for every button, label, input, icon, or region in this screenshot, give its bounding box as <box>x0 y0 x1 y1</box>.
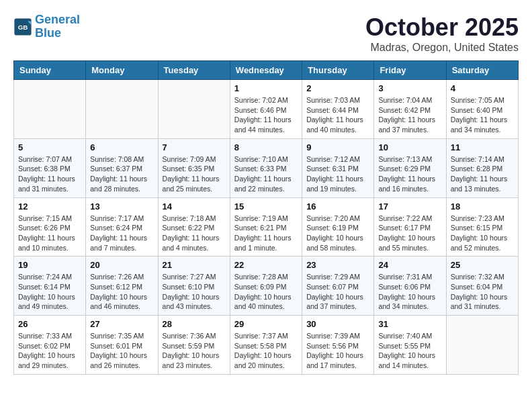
week-row-1: 1Sunrise: 7:02 AM Sunset: 6:46 PM Daylig… <box>14 80 519 139</box>
day-number: 11 <box>451 142 514 152</box>
calendar-cell: 24Sunrise: 7:31 AM Sunset: 6:06 PM Dayli… <box>374 257 446 316</box>
day-info: Sunrise: 7:23 AM Sunset: 6:15 PM Dayligh… <box>451 214 514 253</box>
calendar-cell <box>14 80 86 139</box>
day-number: 1 <box>234 83 298 93</box>
weekday-header-monday: Monday <box>86 61 158 80</box>
day-info: Sunrise: 7:17 AM Sunset: 6:24 PM Dayligh… <box>90 214 153 253</box>
calendar-cell <box>158 80 230 139</box>
day-number: 20 <box>90 260 153 270</box>
calendar-cell: 18Sunrise: 7:23 AM Sunset: 6:15 PM Dayli… <box>446 197 518 257</box>
day-number: 21 <box>163 260 226 270</box>
calendar-cell <box>86 80 158 139</box>
location-title: Madras, Oregon, United States <box>365 42 519 54</box>
calendar-cell: 8Sunrise: 7:10 AM Sunset: 6:33 PM Daylig… <box>230 138 302 197</box>
day-info: Sunrise: 7:27 AM Sunset: 6:10 PM Dayligh… <box>163 272 226 312</box>
day-info: Sunrise: 7:19 AM Sunset: 6:21 PM Dayligh… <box>234 214 298 253</box>
weekday-header-row: SundayMondayTuesdayWednesdayThursdayFrid… <box>14 61 519 80</box>
day-info: Sunrise: 7:02 AM Sunset: 6:46 PM Dayligh… <box>234 95 298 135</box>
logo: GB General Blue <box>13 13 80 40</box>
day-info: Sunrise: 7:15 AM Sunset: 6:26 PM Dayligh… <box>18 214 81 253</box>
day-info: Sunrise: 7:03 AM Sunset: 6:44 PM Dayligh… <box>306 95 369 135</box>
day-number: 23 <box>306 260 369 270</box>
calendar-table: SundayMondayTuesdayWednesdayThursdayFrid… <box>13 60 519 375</box>
svg-text:GB: GB <box>18 24 28 31</box>
weekday-header-thursday: Thursday <box>302 61 374 80</box>
day-info: Sunrise: 7:24 AM Sunset: 6:14 PM Dayligh… <box>18 272 81 312</box>
day-info: Sunrise: 7:31 AM Sunset: 6:06 PM Dayligh… <box>378 272 441 312</box>
day-info: Sunrise: 7:29 AM Sunset: 6:07 PM Dayligh… <box>306 272 369 312</box>
day-info: Sunrise: 7:40 AM Sunset: 5:55 PM Dayligh… <box>378 331 441 371</box>
day-number: 29 <box>234 319 298 329</box>
day-info: Sunrise: 7:13 AM Sunset: 6:29 PM Dayligh… <box>378 154 441 194</box>
day-number: 3 <box>378 83 441 93</box>
day-number: 6 <box>90 142 153 152</box>
calendar-cell: 7Sunrise: 7:09 AM Sunset: 6:35 PM Daylig… <box>158 138 230 197</box>
day-info: Sunrise: 7:33 AM Sunset: 6:02 PM Dayligh… <box>18 331 81 371</box>
calendar-cell: 6Sunrise: 7:08 AM Sunset: 6:37 PM Daylig… <box>86 138 158 197</box>
day-number: 28 <box>163 319 226 329</box>
day-info: Sunrise: 7:14 AM Sunset: 6:28 PM Dayligh… <box>451 154 514 194</box>
week-row-3: 12Sunrise: 7:15 AM Sunset: 6:26 PM Dayli… <box>14 197 519 257</box>
day-number: 4 <box>451 83 514 93</box>
day-number: 10 <box>378 142 441 152</box>
day-number: 5 <box>18 142 81 152</box>
day-number: 30 <box>306 319 369 329</box>
calendar-cell: 21Sunrise: 7:27 AM Sunset: 6:10 PM Dayli… <box>158 257 230 316</box>
day-info: Sunrise: 7:12 AM Sunset: 6:31 PM Dayligh… <box>306 154 369 194</box>
calendar-cell: 28Sunrise: 7:36 AM Sunset: 5:59 PM Dayli… <box>158 316 230 375</box>
day-info: Sunrise: 7:08 AM Sunset: 6:37 PM Dayligh… <box>90 154 153 194</box>
day-info: Sunrise: 7:20 AM Sunset: 6:19 PM Dayligh… <box>306 214 369 253</box>
calendar-cell: 23Sunrise: 7:29 AM Sunset: 6:07 PM Dayli… <box>302 257 374 316</box>
day-number: 31 <box>378 319 441 329</box>
calendar-cell: 14Sunrise: 7:18 AM Sunset: 6:22 PM Dayli… <box>158 197 230 257</box>
calendar-cell: 16Sunrise: 7:20 AM Sunset: 6:19 PM Dayli… <box>302 197 374 257</box>
calendar-cell: 31Sunrise: 7:40 AM Sunset: 5:55 PM Dayli… <box>374 316 446 375</box>
day-number: 25 <box>451 260 514 270</box>
calendar-cell: 17Sunrise: 7:22 AM Sunset: 6:17 PM Dayli… <box>374 197 446 257</box>
day-info: Sunrise: 7:35 AM Sunset: 6:01 PM Dayligh… <box>90 331 153 371</box>
day-number: 26 <box>18 319 81 329</box>
day-info: Sunrise: 7:18 AM Sunset: 6:22 PM Dayligh… <box>163 214 226 253</box>
week-row-2: 5Sunrise: 7:07 AM Sunset: 6:38 PM Daylig… <box>14 138 519 197</box>
calendar-cell: 2Sunrise: 7:03 AM Sunset: 6:44 PM Daylig… <box>302 80 374 139</box>
calendar-cell: 11Sunrise: 7:14 AM Sunset: 6:28 PM Dayli… <box>446 138 518 197</box>
weekday-header-tuesday: Tuesday <box>158 61 230 80</box>
day-number: 2 <box>306 83 369 93</box>
day-number: 22 <box>234 260 298 270</box>
day-info: Sunrise: 7:09 AM Sunset: 6:35 PM Dayligh… <box>163 154 226 194</box>
day-number: 14 <box>163 201 226 212</box>
day-info: Sunrise: 7:39 AM Sunset: 5:56 PM Dayligh… <box>306 331 369 371</box>
calendar-cell: 3Sunrise: 7:04 AM Sunset: 6:42 PM Daylig… <box>374 80 446 139</box>
calendar-cell: 5Sunrise: 7:07 AM Sunset: 6:38 PM Daylig… <box>14 138 86 197</box>
calendar-cell: 27Sunrise: 7:35 AM Sunset: 6:01 PM Dayli… <box>86 316 158 375</box>
day-number: 19 <box>18 260 81 270</box>
calendar-cell: 15Sunrise: 7:19 AM Sunset: 6:21 PM Dayli… <box>230 197 302 257</box>
day-info: Sunrise: 7:22 AM Sunset: 6:17 PM Dayligh… <box>378 214 441 253</box>
day-number: 17 <box>378 201 441 212</box>
calendar-cell: 19Sunrise: 7:24 AM Sunset: 6:14 PM Dayli… <box>14 257 86 316</box>
day-info: Sunrise: 7:36 AM Sunset: 5:59 PM Dayligh… <box>163 331 226 371</box>
logo-text: General Blue <box>35 13 80 40</box>
calendar-cell: 13Sunrise: 7:17 AM Sunset: 6:24 PM Dayli… <box>86 197 158 257</box>
day-number: 8 <box>234 142 298 152</box>
calendar-cell: 9Sunrise: 7:12 AM Sunset: 6:31 PM Daylig… <box>302 138 374 197</box>
weekday-header-saturday: Saturday <box>446 61 518 80</box>
day-number: 9 <box>306 142 369 152</box>
week-row-4: 19Sunrise: 7:24 AM Sunset: 6:14 PM Dayli… <box>14 257 519 316</box>
title-area: October 2025 Madras, Oregon, United Stat… <box>365 13 519 54</box>
month-title: October 2025 <box>365 13 519 42</box>
day-number: 12 <box>18 201 81 212</box>
day-number: 16 <box>306 201 369 212</box>
page-header: GB General Blue October 2025 Madras, Ore… <box>13 13 519 54</box>
day-number: 13 <box>90 201 153 212</box>
day-info: Sunrise: 7:28 AM Sunset: 6:09 PM Dayligh… <box>234 272 298 312</box>
calendar-cell: 29Sunrise: 7:37 AM Sunset: 5:58 PM Dayli… <box>230 316 302 375</box>
calendar-cell: 4Sunrise: 7:05 AM Sunset: 6:40 PM Daylig… <box>446 80 518 139</box>
day-info: Sunrise: 7:26 AM Sunset: 6:12 PM Dayligh… <box>90 272 153 312</box>
weekday-header-wednesday: Wednesday <box>230 61 302 80</box>
day-info: Sunrise: 7:05 AM Sunset: 6:40 PM Dayligh… <box>451 95 514 135</box>
day-info: Sunrise: 7:37 AM Sunset: 5:58 PM Dayligh… <box>234 331 298 371</box>
calendar-cell: 25Sunrise: 7:32 AM Sunset: 6:04 PM Dayli… <box>446 257 518 316</box>
calendar-cell: 12Sunrise: 7:15 AM Sunset: 6:26 PM Dayli… <box>14 197 86 257</box>
calendar-cell: 20Sunrise: 7:26 AM Sunset: 6:12 PM Dayli… <box>86 257 158 316</box>
